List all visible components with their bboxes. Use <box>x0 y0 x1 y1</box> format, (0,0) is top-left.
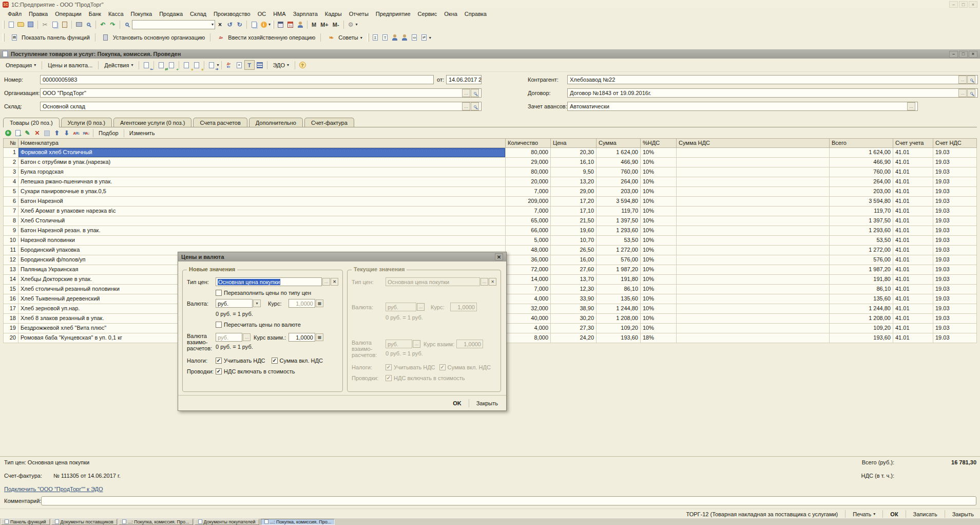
number-field[interactable]: 00000005983 <box>40 75 434 84</box>
menu-item[interactable]: Банк <box>85 10 105 17</box>
select-icon[interactable]: … <box>462 102 470 110</box>
move-down-icon[interactable]: ⬇ <box>62 128 71 138</box>
table-row[interactable]: 3 Булка городская 80,000 9,50 760,00 10%… <box>3 167 977 177</box>
actions-menu-button[interactable]: Действия▾ <box>101 61 137 69</box>
price-type-field[interactable]: Основная цена покупки <box>216 277 322 286</box>
tab[interactable]: Услуги (0 поз.) <box>61 118 112 127</box>
advance-field[interactable]: Автоматически… <box>567 102 918 111</box>
toolbar-handle[interactable] <box>367 33 369 42</box>
rate-field[interactable]: 1,0000 <box>289 299 315 308</box>
chevron-down-icon[interactable]: ▾ <box>253 299 261 307</box>
tab[interactable]: Товары (20 поз.) <box>3 118 60 127</box>
column-header[interactable]: № <box>3 138 18 148</box>
search-dropdown-icon[interactable]: ▾ <box>212 22 214 27</box>
user-settings-icon[interactable] <box>295 20 305 29</box>
taskbar-button[interactable]: ...: Покупка, комиссия. Про... <box>119 519 193 525</box>
menu-item[interactable]: Операции <box>51 10 85 17</box>
dialog-ok-button[interactable]: OK <box>450 399 465 408</box>
posting-list-icon[interactable]: ≡ <box>234 60 244 70</box>
more-buttons-icon[interactable]: ▾ <box>429 35 431 40</box>
find-next-icon[interactable]: ↺ <box>225 20 235 29</box>
edit-row-icon[interactable]: ✎ <box>23 128 32 138</box>
save-button[interactable]: Записать <box>910 510 940 518</box>
menu-item[interactable]: Справка <box>461 10 490 17</box>
organization-field[interactable]: ООО "ПродТорг"… <box>40 88 482 98</box>
help-icon[interactable]: ? <box>297 60 308 70</box>
show-function-panel-button[interactable]: ▤ Показать панель функций <box>6 32 93 43</box>
date-field[interactable]: 14.06.2017 2:00:00▦ <box>446 75 482 84</box>
menu-item[interactable]: НМА <box>270 10 289 17</box>
menu-item[interactable]: Отчеты <box>345 10 372 17</box>
memory-button[interactable]: M <box>310 22 318 28</box>
set-main-org-button[interactable]: Установить основную организацию <box>98 32 208 43</box>
menu-item[interactable]: Кадры <box>321 10 345 17</box>
ok-button[interactable]: ОК <box>887 510 901 518</box>
report-sum-icon[interactable]: Σ <box>371 33 380 42</box>
move-up-icon[interactable]: ⬆ <box>52 128 62 138</box>
tools-dropdown-icon[interactable]: ▾ <box>356 22 358 27</box>
menu-item[interactable]: ОС <box>254 10 270 17</box>
change-button[interactable]: Изменить <box>126 128 158 138</box>
post-document-icon[interactable]: ⇐ <box>141 60 151 70</box>
search-clear-icon[interactable]: × <box>215 20 225 29</box>
menu-item[interactable]: Сервис <box>414 10 441 17</box>
tools-icon[interactable]: ⚙ <box>346 20 356 29</box>
table-row[interactable]: 4 Лепешка ржано-пшеничная в упак. 20,000… <box>3 177 977 187</box>
enter-operation-button[interactable]: Дк Ввести хозяйственную операцию <box>213 32 318 43</box>
select-icon[interactable]: … <box>322 278 330 286</box>
dialog-close-button[interactable]: Закрыть <box>473 399 501 408</box>
toolbar-handle[interactable] <box>272 21 274 29</box>
prices-currency-button[interactable]: Цены и валюта... <box>44 61 96 69</box>
go-to-icon[interactable]: ➔ <box>206 60 217 70</box>
add-row-icon[interactable]: + <box>3 128 13 138</box>
copy-row-icon[interactable]: + <box>13 128 23 138</box>
structure-filter-icon[interactable]: Т <box>244 60 255 70</box>
copy-document-icon[interactable]: + <box>166 60 177 70</box>
open-item-icon[interactable] <box>967 89 975 97</box>
tab[interactable]: Счета расчетов <box>193 118 247 127</box>
table-row[interactable]: 8 Хлеб Столичный 65,000 21,50 1 397,50 1… <box>3 216 977 226</box>
mutual-rate-field[interactable]: 1,0000 <box>289 333 315 342</box>
contractor-field[interactable]: Хлебозавод №22… <box>567 75 978 84</box>
find-prev-icon[interactable]: ↻ <box>235 20 244 29</box>
column-header[interactable]: Количество <box>506 138 551 148</box>
table-row[interactable]: 5 Сухари панировочные в упак.0,5 7,000 2… <box>3 187 977 197</box>
report-counterparty-icon[interactable] <box>390 33 400 42</box>
calendar-icon[interactable]: 31 <box>285 20 295 29</box>
calculator-icon[interactable]: ▦ <box>316 333 323 341</box>
report-transfer-icon[interactable]: ⇄ <box>419 33 429 42</box>
select-icon[interactable]: … <box>907 102 915 110</box>
open-item-icon[interactable] <box>471 89 479 97</box>
toolbar-handle[interactable] <box>3 21 5 29</box>
search-input[interactable] <box>133 22 212 28</box>
currency-combobox[interactable]: руб. <box>216 299 253 308</box>
close-button[interactable]: Закрыть <box>949 510 977 518</box>
column-header[interactable]: Счет НДС <box>933 138 977 148</box>
edo-menu-button[interactable]: ЭДО▾ <box>270 61 293 69</box>
report-counterparty2-icon[interactable] <box>400 33 410 42</box>
print-button[interactable]: Печать▾ <box>850 510 878 518</box>
column-header[interactable]: Номенклатура <box>18 138 506 148</box>
select-icon[interactable]: … <box>243 333 251 341</box>
table-row[interactable]: 10 Нарезной половинки 5,000 10,70 53,50 … <box>3 236 977 246</box>
column-header[interactable]: Всего <box>830 138 893 148</box>
menu-item[interactable]: Покупка <box>127 10 156 17</box>
tab[interactable]: Счет-фактура <box>304 118 354 127</box>
table-row[interactable]: 7 Хлеб Аромат в упаковке нарезка в\с 7,0… <box>3 207 977 216</box>
select-icon[interactable]: … <box>462 89 470 97</box>
vat-in-cost-checkbox[interactable] <box>216 368 222 374</box>
dialog-close-icon[interactable]: ✕ <box>495 253 503 260</box>
print-preview-icon[interactable] <box>84 20 93 29</box>
clear-icon[interactable]: ✕ <box>331 278 338 286</box>
menu-item[interactable]: Зарплата <box>290 10 321 17</box>
vat-account-checkbox[interactable] <box>216 358 222 364</box>
contract-field[interactable]: Договор №1843 от 19.09.2016г.… <box>567 88 978 98</box>
tips-button[interactable]: ❧ Советы ▾ <box>323 32 366 43</box>
print-icon[interactable] <box>74 20 84 29</box>
info-icon[interactable]: i <box>259 20 268 29</box>
toolbar-handle[interactable] <box>3 33 5 42</box>
dtkt-posting-icon[interactable]: ДтКт <box>224 60 234 70</box>
save-icon[interactable] <box>26 20 35 29</box>
vat-included-checkbox[interactable] <box>272 358 278 364</box>
menu-item[interactable]: Касса <box>105 10 127 17</box>
